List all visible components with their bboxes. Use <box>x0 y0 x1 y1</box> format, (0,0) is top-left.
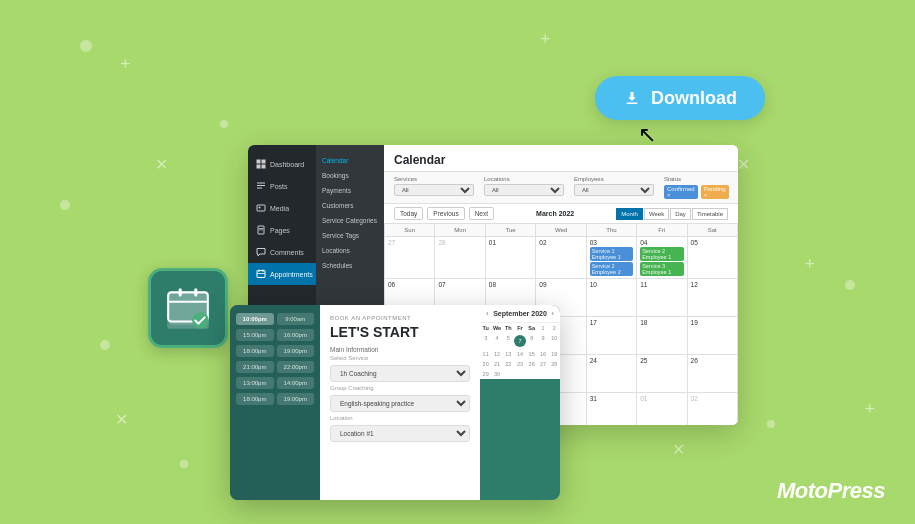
dashboard-icon <box>256 159 266 169</box>
table-row: 11 <box>637 279 687 317</box>
booking-eyebrow: BOOK AN APPOINTMENT <box>330 315 470 321</box>
mini-cal-cell: 7 <box>514 333 526 349</box>
status-confirmed[interactable]: Confirmed × <box>664 185 698 199</box>
filter-services-select[interactable]: All <box>394 184 474 196</box>
time-slot-1300[interactable]: 13:00pm <box>236 377 274 389</box>
appointments-icon <box>256 269 266 279</box>
time-slot-2100[interactable]: 21:00pm <box>236 361 274 373</box>
submenu-bookings[interactable]: Bookings <box>316 168 384 183</box>
day-header-tue: Tue <box>486 224 536 237</box>
service-select[interactable]: 1h Coaching <box>330 365 470 382</box>
previous-button[interactable]: Previous <box>427 207 464 220</box>
download-button[interactable]: Download <box>595 76 765 120</box>
table-row: 25 <box>637 355 687 393</box>
mini-cal-cell[interactable]: 13 <box>503 349 514 359</box>
filter-services: Services All <box>394 176 474 199</box>
mini-cal-cell[interactable]: 16 <box>537 349 548 359</box>
mini-cal-cell[interactable]: 26 <box>526 359 537 369</box>
sidebar-item-appointments[interactable]: Appointments <box>248 263 316 285</box>
mini-cal-cell[interactable]: 19 <box>549 349 560 359</box>
table-row: 12 <box>688 279 738 317</box>
mini-cal-cell[interactable]: 12 <box>491 349 502 359</box>
time-slot-1800[interactable]: 18:00pm <box>236 345 274 357</box>
time-slot-1900b[interactable]: 19:00pm <box>277 393 315 405</box>
mini-cal-cell[interactable]: 3 <box>480 333 491 349</box>
view-timetable[interactable]: Timetable <box>692 208 728 220</box>
mini-cal-cell[interactable]: 20 <box>480 359 491 369</box>
mini-cal-cell[interactable]: 14 <box>514 349 526 359</box>
next-button[interactable]: Next <box>469 207 494 220</box>
mini-cal-cell[interactable]: 8 <box>526 333 537 349</box>
today-button[interactable]: Today <box>394 207 423 220</box>
mini-cal-prev[interactable]: ‹ <box>486 309 489 318</box>
time-slot-900[interactable]: 9:00am <box>277 313 315 325</box>
deco-dot-3 <box>60 200 70 210</box>
view-month[interactable]: Month <box>616 208 643 220</box>
time-slot-2200[interactable]: 22:00pm <box>277 361 315 373</box>
mini-cal-cell[interactable]: 21 <box>491 359 502 369</box>
motopress-logo: MotoPress <box>777 478 885 504</box>
filter-services-label: Services <box>394 176 474 182</box>
time-slot-1500[interactable]: 15:00pm <box>236 329 274 341</box>
location-field-label: Location <box>330 415 470 421</box>
mini-cal-day-header: We <box>491 323 502 333</box>
table-row: 04 Service 2Employee 1 Service 3Employee… <box>637 237 687 279</box>
submenu-calendar[interactable]: Calendar <box>316 153 384 168</box>
posts-icon <box>256 181 266 191</box>
mini-cal-cell[interactable]: 4 <box>491 333 502 349</box>
sidebar-item-posts[interactable]: Posts <box>248 175 316 197</box>
booking-panel: 10:00pm 9:00am 15:00pm 16:00pm 18:00pm 1… <box>230 305 560 500</box>
svg-rect-7 <box>257 160 261 164</box>
submenu-schedules[interactable]: Schedules <box>316 258 384 273</box>
mini-cal-cell[interactable]: 27 <box>537 359 548 369</box>
day-header-wed: Wed <box>536 224 586 237</box>
view-week[interactable]: Week <box>644 208 669 220</box>
status-pending[interactable]: Pending × <box>701 185 729 199</box>
submenu-locations[interactable]: Locations <box>316 243 384 258</box>
mini-cal-cell[interactable]: 22 <box>503 359 514 369</box>
submenu-customers[interactable]: Customers <box>316 198 384 213</box>
deco-cross-3: + <box>804 255 815 273</box>
mini-cal-cell[interactable]: 5 <box>503 333 514 349</box>
sidebar-item-pages[interactable]: Pages <box>248 219 316 241</box>
mini-cal-cell[interactable]: 29 <box>480 369 491 379</box>
time-slot-1000[interactable]: 10:00pm <box>236 313 274 325</box>
svg-rect-17 <box>259 228 263 229</box>
mini-cal-cell[interactable]: 28 <box>549 359 560 369</box>
mini-cal-day-header: Sa <box>526 323 537 333</box>
submenu-service-tags[interactable]: Service Tags <box>316 228 384 243</box>
day-header-fri: Fri <box>637 224 687 237</box>
sidebar-item-dashboard[interactable]: Dashboard <box>248 153 316 175</box>
mini-cal-cell[interactable]: 15 <box>526 349 537 359</box>
mini-cal-cell[interactable]: 30 <box>491 369 502 379</box>
group-select[interactable]: English-speaking practice <box>330 395 470 412</box>
filter-locations: Locations All <box>484 176 564 199</box>
mini-cal-grid: Tu We Th Fr Sa 1 2 3 4 5 7 8 9 10 11 12 … <box>480 323 560 379</box>
mini-cal-cell[interactable]: 9 <box>537 333 548 349</box>
submenu-service-categories[interactable]: Service Categories <box>316 213 384 228</box>
submenu-payments[interactable]: Payments <box>316 183 384 198</box>
time-slot-1600[interactable]: 16:00pm <box>277 329 315 341</box>
filter-employees-select[interactable]: All <box>574 184 654 196</box>
mini-cal-cell[interactable]: 10 <box>549 333 560 349</box>
sidebar-item-media[interactable]: Media <box>248 197 316 219</box>
calendar-title: Calendar <box>384 145 738 172</box>
location-select[interactable]: Location #1 <box>330 425 470 442</box>
time-slot-1900[interactable]: 19:00pm <box>277 345 315 357</box>
sidebar-item-comments[interactable]: Comments <box>248 241 316 263</box>
view-day[interactable]: Day <box>670 208 691 220</box>
mini-cal-cell[interactable]: 11 <box>480 349 491 359</box>
mini-cal-cell[interactable]: 23 <box>514 359 526 369</box>
sidebar-dashboard-label: Dashboard <box>270 161 304 168</box>
deco-dot-5 <box>180 460 188 468</box>
time-slot-1400[interactable]: 14:00pm <box>277 377 315 389</box>
mini-cal-next[interactable]: › <box>551 309 554 318</box>
mini-cal-cell[interactable]: 1 <box>537 323 548 333</box>
mini-cal-cell[interactable]: 2 <box>549 323 560 333</box>
table-row: 01 <box>486 237 536 279</box>
time-row: 15:00pm 16:00pm <box>236 329 314 341</box>
time-slot-1800b[interactable]: 18:00pm <box>236 393 274 405</box>
svg-rect-9 <box>257 165 261 169</box>
filter-locations-select[interactable]: All <box>484 184 564 196</box>
mini-cal-header: ‹ September 2020 › <box>480 305 560 323</box>
